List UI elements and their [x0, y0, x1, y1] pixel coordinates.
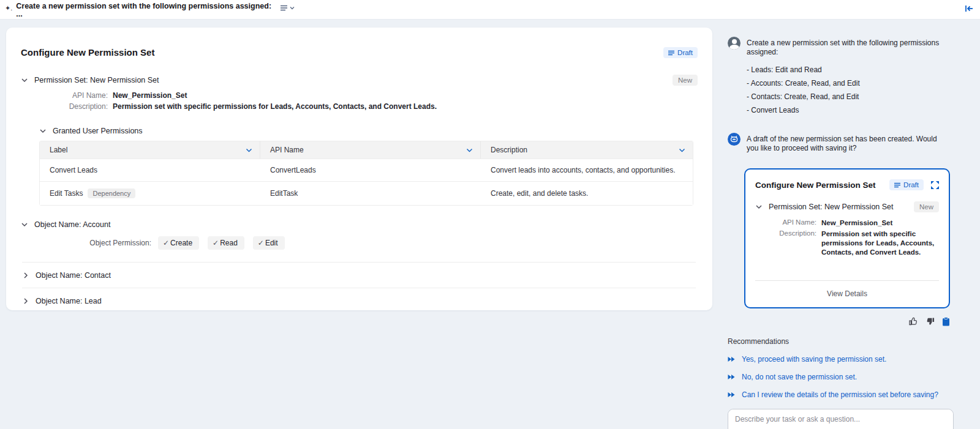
arrow-right-icon: [728, 356, 736, 362]
column-header-api-name[interactable]: API Name: [260, 141, 481, 159]
permission-set-header: Permission Set: New Permission Set: [34, 76, 159, 84]
page-title: Configure New Permission Set: [21, 47, 154, 58]
table-row[interactable]: Edit Tasks Dependency EditTask Create, e…: [40, 181, 693, 205]
list-dropdown-button[interactable]: [280, 4, 295, 12]
description-label: Description:: [764, 229, 816, 257]
configure-permission-set-panel: Configure New Permission Set Draft Permi…: [6, 28, 712, 310]
check-icon: ✓: [163, 239, 169, 247]
description-value: Permission set with specific permissions…: [821, 229, 939, 257]
sort-chevron-icon: [679, 148, 685, 152]
api-name-value: New_Permission_Set: [821, 218, 939, 228]
permission-pill-create: ✓Create: [158, 236, 199, 250]
user-message: Create a new permission set with the fol…: [728, 37, 960, 119]
copy-clipboard-icon[interactable]: [942, 317, 950, 326]
table-header-row: Label API Name Description: [40, 141, 693, 159]
permissions-table: Label API Name Description Convert Leads…: [39, 141, 693, 206]
bot-message: A draft of the new permission set has be…: [728, 133, 960, 153]
object-permission-label: Object Permission:: [21, 239, 151, 247]
top-bar: ✦. Create a new permission set with the …: [0, 0, 980, 20]
description-value: Permission set with specific permissions…: [113, 102, 698, 111]
new-badge: New: [673, 75, 698, 86]
card-title: Configure New Permission Set: [755, 181, 876, 190]
chat-input[interactable]: [728, 409, 953, 429]
description-label: Description:: [21, 102, 108, 111]
user-message-text: Create a new permission set with the fol…: [747, 39, 960, 57]
api-name-label: API Name:: [764, 218, 816, 228]
column-header-description[interactable]: Description: [481, 141, 693, 159]
divider: [22, 288, 696, 288]
chevron-right-icon: [22, 272, 29, 279]
permission-pill-edit: ✓Edit: [253, 236, 285, 250]
check-icon: ✓: [213, 239, 219, 247]
chevron-down-icon: [290, 6, 295, 10]
list-icon: [668, 50, 675, 56]
arrow-right-icon: [728, 374, 736, 380]
bot-avatar: [728, 133, 741, 146]
chat-input-container: [728, 409, 954, 429]
api-name-label: API Name:: [21, 91, 108, 100]
view-details-button[interactable]: View Details: [755, 281, 939, 307]
recommendations-title: Recommendations: [728, 337, 960, 346]
bot-message-text: A draft of the new permission set has be…: [747, 133, 950, 153]
feedback-toolbar: [728, 317, 950, 326]
granted-permissions-toggle[interactable]: Granted User Permissions: [39, 127, 698, 135]
list-icon: [894, 182, 901, 188]
object-account-header: Object Name: Account: [34, 220, 110, 229]
object-account-toggle[interactable]: Object Name: Account: [21, 220, 698, 229]
sort-chevron-icon: [466, 148, 473, 152]
thumbs-down-icon[interactable]: [925, 317, 935, 326]
dependency-badge: Dependency: [88, 188, 135, 198]
granted-permissions-header: Granted User Permissions: [53, 127, 143, 135]
topbar-ellipsis: ...: [16, 10, 271, 18]
chevron-right-icon: [22, 297, 29, 305]
object-lead-toggle[interactable]: Object Name: Lead: [22, 297, 698, 305]
chevron-down-icon: [21, 76, 28, 84]
recommendation-link[interactable]: Can I review the details of the permissi…: [728, 390, 960, 399]
draft-badge[interactable]: Draft: [889, 179, 924, 190]
object-lead-header: Object Name: Lead: [36, 297, 102, 305]
column-header-label[interactable]: Label: [40, 141, 260, 159]
user-avatar: [728, 37, 741, 50]
api-name-value: New_Permission_Set: [113, 91, 698, 100]
list-icon: [280, 4, 288, 12]
permission-set-section-toggle[interactable]: Permission Set: New Permission Set: [21, 76, 159, 84]
recommendation-link[interactable]: Yes, proceed with saving the permission …: [728, 355, 960, 364]
check-icon: ✓: [258, 239, 264, 247]
object-contact-header: Object Name: Contact: [36, 271, 111, 280]
user-message-bullets: - Leads: Edit and Read - Accounts: Creat…: [747, 65, 960, 115]
card-permission-set-toggle[interactable]: Permission Set: New Permission Set: [755, 203, 894, 211]
chevron-down-icon: [755, 203, 763, 211]
permission-set-card: Configure New Permission Set Draft Permi…: [744, 168, 950, 308]
chevron-down-icon: [39, 127, 47, 135]
expand-icon[interactable]: [931, 181, 939, 189]
permission-set-details: API Name: New_Permission_Set Description…: [21, 91, 698, 111]
table-row[interactable]: Convert Leads ConvertLeads Convert leads…: [40, 159, 693, 181]
new-badge: New: [914, 201, 939, 212]
card-permission-set-header: Permission Set: New Permission Set: [769, 203, 894, 211]
topbar-title: Create a new permission set with the fol…: [16, 2, 271, 10]
permission-pill-read: ✓Read: [208, 236, 244, 250]
chevron-down-icon: [21, 221, 28, 228]
sparkle-icon: ✦.: [5, 4, 12, 12]
draft-badge[interactable]: Draft: [663, 47, 698, 58]
sort-chevron-icon: [246, 148, 252, 152]
thumbs-up-icon[interactable]: [909, 317, 918, 326]
chat-panel: Create a new permission set with the fol…: [728, 37, 960, 429]
recommendation-link[interactable]: No, do not save the permission set.: [728, 373, 960, 381]
collapse-panel-icon[interactable]: [965, 4, 974, 13]
arrow-right-icon: [728, 392, 736, 398]
object-contact-toggle[interactable]: Object Name: Contact: [22, 271, 698, 280]
divider: [22, 262, 696, 263]
